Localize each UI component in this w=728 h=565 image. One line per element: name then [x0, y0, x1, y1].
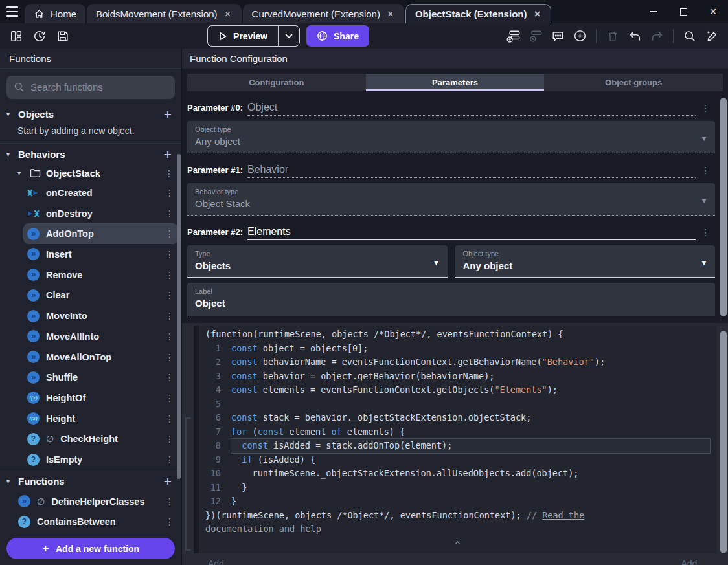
javascript-code-editor[interactable]: (function(runtimeScene, objects /*Object…	[194, 326, 716, 553]
preview-split-button: Preview	[207, 25, 300, 47]
main-menu-button[interactable]	[0, 0, 25, 23]
parameter-2-label-input[interactable]: Label Object	[187, 283, 715, 316]
search-functions-input[interactable]	[30, 82, 168, 93]
kebab-menu-icon[interactable]: ⋮	[164, 454, 176, 465]
history-icon[interactable]	[30, 27, 49, 46]
documentation-link[interactable]: Read the	[542, 510, 584, 520]
magic-pen-icon[interactable]	[702, 27, 722, 46]
kebab-menu-icon[interactable]: ⋮	[164, 496, 176, 507]
sidebar-item-shuffle[interactable]: » Shuffle ⋮	[23, 367, 178, 388]
close-tab-icon[interactable]: ×	[223, 8, 233, 19]
kebab-menu-icon[interactable]: ⋮	[164, 228, 176, 239]
chevron-down-icon: ▾	[17, 170, 25, 177]
sidebar-item-checkheight[interactable]: ? ∅ CheckHeight ⋮	[23, 429, 178, 450]
main-scrollbar-thumb[interactable]	[720, 98, 727, 316]
condition-icon: ?	[27, 433, 40, 445]
maximize-button[interactable]	[668, 0, 698, 23]
delete-icon[interactable]	[603, 27, 622, 46]
sidebar-item-moveallontop[interactable]: » MoveAllOnTop ⋮	[23, 347, 178, 368]
share-button[interactable]: Share	[306, 25, 369, 47]
sidebar-item-containsbetween[interactable]: ? ContainsBetween ⋮	[14, 511, 178, 532]
parameter-2-object-type-select[interactable]: Object type Any object ▼	[455, 245, 716, 278]
parameter-1-behavior-type-select: Behavior type Object Stack ▼	[187, 183, 715, 216]
redo-icon[interactable]	[647, 27, 666, 46]
plus-icon: +	[42, 542, 49, 556]
behavior-group-objectstack[interactable]: ▾ ObjectStack ⋮	[0, 164, 181, 183]
kebab-menu-icon[interactable]: ⋮	[164, 393, 176, 403]
minimize-button[interactable]	[639, 0, 668, 23]
close-window-button[interactable]: ✕	[698, 0, 728, 23]
expression-icon: f(x)	[27, 392, 40, 404]
kebab-menu-icon[interactable]: ⋮	[164, 331, 176, 342]
play-icon	[218, 32, 227, 41]
add-behavior-button[interactable]: +	[162, 148, 174, 161]
behaviors-section-header[interactable]: ▾ Behaviors +	[0, 144, 181, 164]
collapse-caret-icon[interactable]: ^	[199, 538, 716, 552]
preview-options-chevron[interactable]	[278, 26, 299, 46]
kebab-menu-icon[interactable]: ⋮	[164, 290, 176, 300]
search-functions-box[interactable]	[6, 76, 175, 99]
add-new-function-button[interactable]: + Add a new function	[6, 538, 175, 559]
add-subevent-icon[interactable]	[526, 27, 545, 46]
kebab-menu-icon[interactable]: ⋮	[696, 227, 715, 240]
tab-objectstack[interactable]: ObjectStack (Extension) ×	[405, 4, 551, 23]
sidebar-item-isempty[interactable]: ? IsEmpty ⋮	[23, 449, 178, 470]
sidebar-item-remove[interactable]: » Remove ⋮	[23, 265, 178, 285]
sidebar-item-heightof[interactable]: f(x) HeightOf ⋮	[23, 388, 178, 408]
kebab-menu-icon[interactable]: ⋮	[164, 434, 176, 444]
documentation-link[interactable]: documentation and help	[205, 524, 321, 534]
kebab-menu-icon[interactable]: ⋮	[164, 311, 176, 321]
objects-section-header[interactable]: ▾ Objects +	[0, 105, 181, 124]
sidebar-item-clear[interactable]: » Clear ⋮	[23, 285, 178, 306]
add-function-plus-button[interactable]: +	[162, 474, 174, 488]
tab-configuration[interactable]: Configuration	[187, 74, 366, 91]
parameter-2-header: Parameter #2: Elements ⋮	[187, 223, 715, 240]
action-icon: »	[27, 248, 40, 260]
functions-section-header[interactable]: ▾ Functions +	[0, 472, 181, 491]
sidebar-item-addontop[interactable]: » AddOnTop ⋮	[23, 223, 178, 244]
open-panels-icon[interactable]	[6, 27, 26, 46]
add-object-button[interactable]: +	[162, 107, 174, 121]
kebab-menu-icon[interactable]: ⋮	[164, 372, 176, 382]
sidebar-item-insert[interactable]: » Insert ⋮	[23, 244, 178, 265]
tab-label: Home	[51, 8, 76, 19]
kebab-menu-icon[interactable]: ⋮	[164, 516, 176, 527]
sidebar-item-height[interactable]: f(x) Height ⋮	[23, 408, 178, 429]
parameter-0-object-type-select: Object type Any object ▼	[187, 121, 715, 153]
save-icon[interactable]	[53, 27, 73, 46]
preview-button[interactable]: Preview	[208, 26, 278, 46]
sidebar-item-definehelperclasses[interactable]: » ∅ DefineHelperClasses ⋮	[14, 491, 178, 512]
add-hint-right[interactable]: Add...	[681, 559, 705, 565]
add-event-icon[interactable]	[504, 27, 523, 46]
kebab-menu-icon[interactable]: ⋮	[164, 208, 176, 219]
tab-object-groups[interactable]: Object groups	[544, 74, 723, 91]
search-icon[interactable]	[680, 27, 700, 46]
kebab-menu-icon[interactable]: ⋮	[164, 249, 176, 260]
action-icon: »	[27, 228, 40, 240]
kebab-menu-icon[interactable]: ⋮	[696, 165, 715, 178]
parameter-2-type-select[interactable]: Type Objects ▼	[187, 245, 448, 278]
close-tab-icon[interactable]: ×	[532, 8, 541, 19]
sidebar-item-ondestroy[interactable]: onDestroy ⋮	[23, 203, 178, 224]
sidebar-item-moveinto[interactable]: » MoveInto ⋮	[23, 305, 178, 326]
add-circle-icon[interactable]	[570, 27, 589, 46]
kebab-menu-icon[interactable]: ⋮	[164, 352, 176, 362]
add-hint-left[interactable]: Add...	[208, 559, 232, 565]
kebab-menu-icon[interactable]: ⋮	[696, 103, 715, 116]
kebab-menu-icon[interactable]: ⋮	[164, 414, 176, 424]
code-scrollbar-thumb[interactable]	[720, 331, 727, 553]
close-tab-icon[interactable]: ×	[386, 8, 395, 19]
sidebar-scrollbar[interactable]	[177, 154, 181, 479]
kebab-menu-icon[interactable]: ⋮	[164, 188, 176, 198]
tab-boidsmovement[interactable]: BoidsMovement (Extension) ×	[87, 4, 242, 23]
kebab-menu-icon[interactable]: ⋮	[164, 270, 176, 280]
kebab-menu-icon[interactable]: ⋮	[163, 168, 175, 179]
add-comment-icon[interactable]	[548, 27, 567, 46]
sidebar-item-oncreated[interactable]: onCreated ⋮	[23, 183, 178, 203]
tab-curvedmovement[interactable]: CurvedMovement (Extension) ×	[243, 4, 404, 23]
undo-icon[interactable]	[625, 27, 644, 46]
sidebar-item-moveallinto[interactable]: » MoveAllInto ⋮	[23, 326, 178, 347]
tab-parameters[interactable]: Parameters	[366, 74, 545, 91]
parameter-2-name-field[interactable]: Elements	[247, 226, 696, 240]
tab-home[interactable]: Home	[25, 4, 85, 23]
